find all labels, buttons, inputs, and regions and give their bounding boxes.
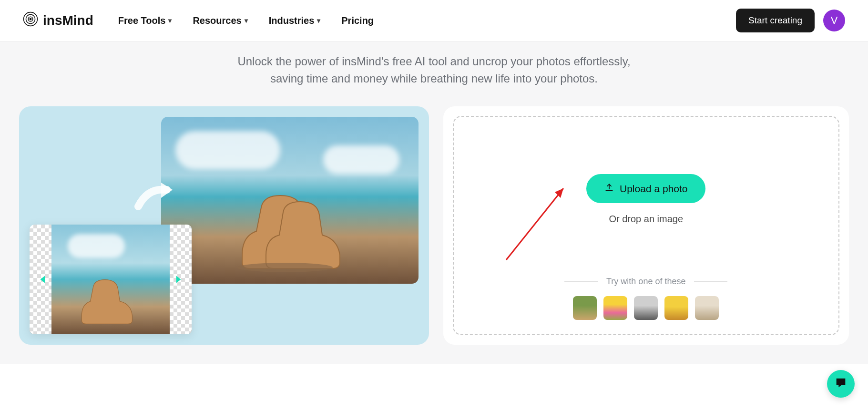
nav-resources[interactable]: Resources ▾ — [193, 15, 247, 26]
sample-thumb-4[interactable] — [664, 296, 688, 320]
demo-panel — [19, 106, 429, 345]
upload-photo-button[interactable]: Upload a photo — [586, 174, 705, 203]
nav-industries[interactable]: Industries ▾ — [269, 15, 321, 26]
expand-left-icon — [36, 272, 51, 287]
transition-arrow-icon — [133, 178, 181, 216]
start-creating-button[interactable]: Start creating — [736, 9, 815, 32]
brand-logo[interactable]: insMind — [23, 11, 93, 30]
expand-right-icon — [171, 272, 185, 287]
svg-point-4 — [237, 263, 333, 272]
sample-thumb-2[interactable] — [603, 296, 627, 320]
brand-name: insMind — [43, 13, 93, 28]
sample-section: Try with one of these — [463, 248, 829, 320]
demo-expanded-image — [161, 117, 419, 284]
hero-description: Unlock the power of insMind's free AI to… — [220, 41, 649, 106]
nav-item-label: Industries — [269, 15, 315, 26]
upload-icon — [604, 183, 614, 195]
sample-label: Try with one of these — [606, 277, 685, 287]
user-avatar[interactable]: V — [823, 10, 845, 31]
panels-row: Upload a photo Or drop an image Try with… — [0, 106, 868, 364]
upload-button-label: Upload a photo — [620, 183, 687, 195]
sample-thumb-1[interactable] — [573, 296, 597, 320]
chevron-down-icon: ▾ — [168, 17, 172, 24]
drop-hint-text: Or drop an image — [609, 214, 683, 225]
demo-original-image — [30, 225, 192, 334]
svg-point-3 — [30, 18, 31, 20]
nav-pricing[interactable]: Pricing — [341, 15, 374, 26]
demo-boot-icon — [223, 179, 357, 274]
nav-item-label: Free Tools — [118, 15, 166, 26]
upload-panel: Upload a photo Or drop an image Try with… — [443, 106, 849, 345]
sample-divider: Try with one of these — [463, 277, 829, 287]
nav-item-label: Resources — [193, 15, 241, 26]
nav-item-label: Pricing — [341, 15, 374, 26]
logo-mark-icon — [23, 11, 38, 30]
main-nav: Free Tools ▾ Resources ▾ Industries ▾ Pr… — [118, 15, 374, 26]
sample-thumb-3[interactable] — [634, 296, 658, 320]
chevron-down-icon: ▾ — [245, 17, 248, 24]
nav-free-tools[interactable]: Free Tools ▾ — [118, 15, 172, 26]
main-header: insMind Free Tools ▾ Resources ▾ Industr… — [0, 0, 868, 41]
chevron-down-icon: ▾ — [317, 17, 320, 24]
sample-thumb-5[interactable] — [695, 296, 719, 320]
header-right: Start creating V — [736, 9, 845, 32]
sample-thumbnails — [463, 296, 829, 320]
header-left: insMind Free Tools ▾ Resources ▾ Industr… — [23, 11, 374, 30]
drop-zone[interactable]: Upload a photo Or drop an image Try with… — [453, 116, 840, 335]
